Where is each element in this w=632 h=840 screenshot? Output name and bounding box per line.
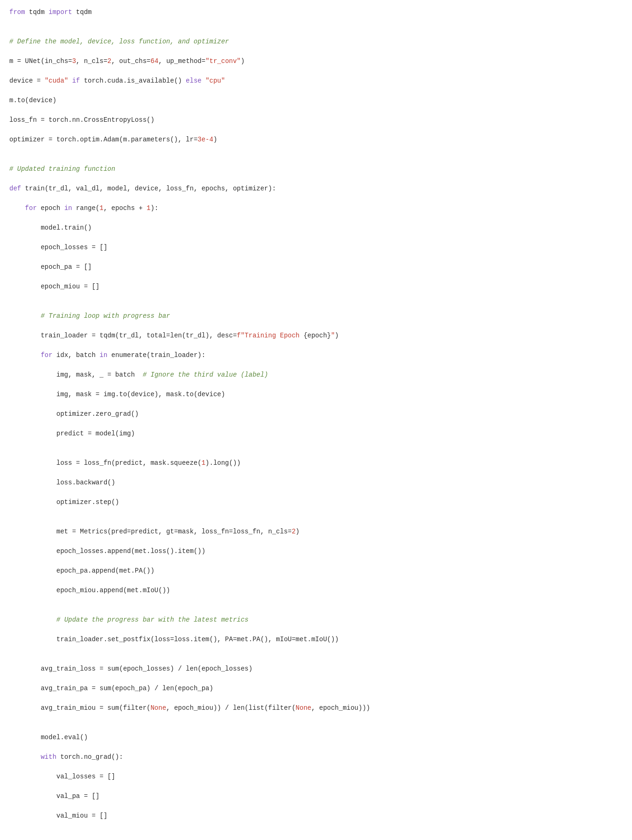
line-32: epoch_pa.append(met.PA()) xyxy=(9,566,623,576)
line-45: val_pa = [] xyxy=(9,791,623,801)
line-23: optimizer.zero_grad() xyxy=(9,409,623,419)
code-editor: from tqdm import tqdm # Define the model… xyxy=(0,0,632,840)
line-39: avg_train_pa = sum(epoch_pa) / len(epoch… xyxy=(9,684,623,693)
line-38: avg_train_loss = sum(epoch_losses) / len… xyxy=(9,664,623,674)
line-6: m.to(device) xyxy=(9,96,623,105)
line-43: with torch.no_grad(): xyxy=(9,752,623,762)
line-36: train_loader.set_postfix(loss=loss.item(… xyxy=(9,635,623,644)
line-12: for epoch in range(1, epochs + 1): xyxy=(9,203,623,213)
line-26: loss = loss_fn(predict, mask.squeeze(1).… xyxy=(9,458,623,468)
line-10: # Updated training function xyxy=(9,164,623,174)
line-19: train_loader = tqdm(tr_dl, total=len(tr_… xyxy=(9,331,623,341)
line-11: def train(tr_dl, val_dl, model, device, … xyxy=(9,184,623,194)
line-16: epoch_miou = [] xyxy=(9,282,623,292)
line-31: epoch_losses.append(met.loss().item()) xyxy=(9,546,623,556)
line-28: optimizer.step() xyxy=(9,497,623,507)
line-33: epoch_miou.append(met.mIoU()) xyxy=(9,586,623,595)
line-21: img, mask, _ = batch # Ignore the third … xyxy=(9,370,623,380)
line-46: val_miou = [] xyxy=(9,811,623,821)
line-30: met = Metrics(pred=predict, gt=mask, los… xyxy=(9,527,623,537)
line-3: # Define the model, device, loss functio… xyxy=(9,37,623,47)
line-42: model.eval() xyxy=(9,733,623,742)
line-14: epoch_losses = [] xyxy=(9,243,623,252)
line-27: loss.backward() xyxy=(9,478,623,488)
line-20: for idx, batch in enumerate(train_loader… xyxy=(9,350,623,360)
line-24: predict = model(img) xyxy=(9,429,623,439)
line-22: img, mask = img.to(device), mask.to(devi… xyxy=(9,390,623,399)
line-7: loss_fn = torch.nn.CrossEntropyLoss() xyxy=(9,115,623,125)
line-44: val_losses = [] xyxy=(9,772,623,782)
line-8: optimizer = torch.optim.Adam(m.parameter… xyxy=(9,135,623,145)
line-5: device = "cuda" if torch.cuda.is_availab… xyxy=(9,76,623,86)
line-18: # Training loop with progress bar xyxy=(9,311,623,321)
line-4: m = UNet(in_chs=3, n_cls=2, out_chs=64, … xyxy=(9,56,623,66)
line-35: # Update the progress bar with the lates… xyxy=(9,615,623,625)
line-15: epoch_pa = [] xyxy=(9,262,623,272)
line-13: model.train() xyxy=(9,223,623,233)
line-1: from tqdm import tqdm xyxy=(9,7,623,17)
line-40: avg_train_miou = sum(filter(None, epoch_… xyxy=(9,703,623,713)
